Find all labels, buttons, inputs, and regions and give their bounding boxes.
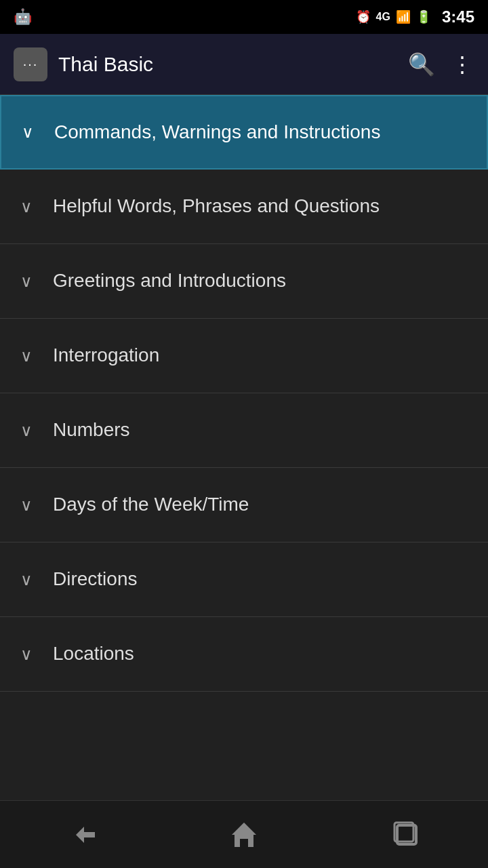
app-icon: ··· — [14, 47, 47, 81]
signal-4g-icon: 4G — [376, 11, 390, 23]
menu-item-directions[interactable]: ∨ Directions — [0, 542, 488, 617]
menu-list: ∨ Commands, Warnings and Instructions ∨ … — [0, 95, 488, 800]
home-button[interactable] — [217, 814, 271, 855]
menu-item-commands[interactable]: ∨ Commands, Warnings and Instructions — [0, 95, 488, 170]
home-icon — [229, 820, 259, 850]
menu-item-numbers[interactable]: ∨ Numbers — [0, 393, 488, 468]
menu-item-days[interactable]: ∨ Days of the Week/Time — [0, 468, 488, 542]
status-bar-left: 🤖 — [14, 8, 32, 26]
chevron-greetings-icon: ∨ — [20, 272, 33, 291]
chat-icon: ··· — [23, 56, 39, 72]
nav-bar — [0, 800, 488, 868]
app-bar-actions: 🔍 ⋮ — [408, 52, 474, 77]
status-icons: ⏰ 4G 📶 🔋 3:45 — [356, 7, 474, 26]
menu-item-greetings[interactable]: ∨ Greetings and Introductions — [0, 244, 488, 319]
chevron-helpful-icon: ∨ — [20, 197, 33, 216]
back-button[interactable] — [54, 814, 108, 855]
menu-item-directions-label: Directions — [53, 567, 137, 591]
menu-item-interrogation[interactable]: ∨ Interrogation — [0, 319, 488, 393]
menu-item-locations-label: Locations — [53, 642, 134, 666]
menu-item-numbers-label: Numbers — [53, 418, 130, 442]
menu-item-helpful-label: Helpful Words, Phrases and Questions — [53, 194, 380, 218]
menu-item-helpful[interactable]: ∨ Helpful Words, Phrases and Questions — [0, 170, 488, 244]
alarm-icon: ⏰ — [356, 9, 371, 24]
menu-item-days-label: Days of the Week/Time — [53, 492, 249, 517]
menu-item-commands-label: Commands, Warnings and Instructions — [54, 120, 380, 144]
recents-button[interactable] — [380, 814, 434, 855]
signal-bars-icon: 📶 — [396, 9, 411, 24]
menu-item-greetings-label: Greetings and Introductions — [53, 269, 286, 293]
recents-icon — [392, 820, 422, 850]
svg-marker-0 — [232, 823, 256, 847]
chevron-numbers-icon: ∨ — [20, 421, 33, 440]
back-icon — [65, 823, 98, 847]
chevron-commands-icon: ∨ — [22, 123, 34, 142]
menu-item-locations[interactable]: ∨ Locations — [0, 617, 488, 692]
more-options-icon[interactable]: ⋮ — [451, 52, 474, 77]
status-bar: 🤖 ⏰ 4G 📶 🔋 3:45 — [0, 0, 488, 34]
chevron-directions-icon: ∨ — [20, 570, 33, 589]
menu-item-interrogation-label: Interrogation — [53, 343, 159, 368]
chevron-interrogation-icon: ∨ — [20, 347, 33, 366]
chevron-locations-icon: ∨ — [20, 645, 33, 664]
app-bar: ··· Thai Basic 🔍 ⋮ — [0, 34, 488, 95]
battery-icon: 🔋 — [416, 9, 431, 24]
status-time: 3:45 — [442, 7, 474, 26]
android-icon: 🤖 — [14, 8, 32, 26]
app-title: Thai Basic — [58, 53, 408, 76]
chevron-days-icon: ∨ — [20, 496, 33, 515]
search-icon[interactable]: 🔍 — [408, 52, 435, 77]
